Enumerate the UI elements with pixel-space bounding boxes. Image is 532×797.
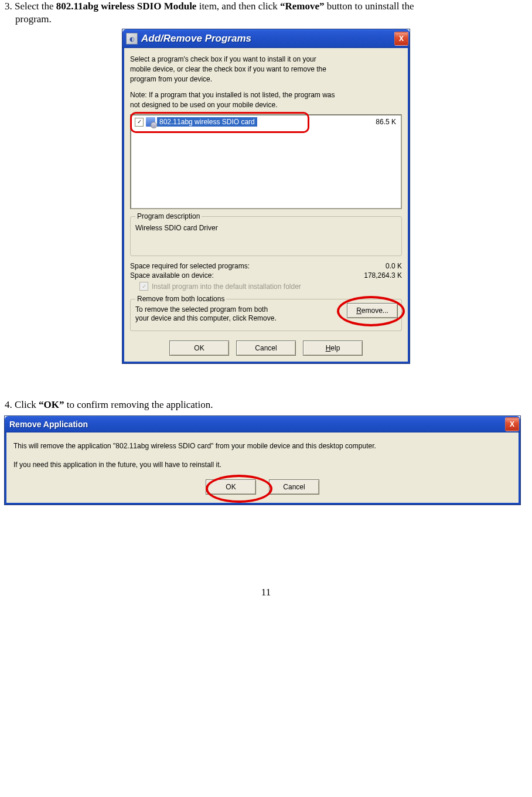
close-button[interactable]: X <box>505 417 519 431</box>
remove-application-dialog: Remove Application X This will remove th… <box>5 416 520 505</box>
program-name: 802.11abg wireless SDIO card <box>157 117 257 127</box>
default-folder-checkbox: ✓ Install program into the default insta… <box>130 282 402 291</box>
cancel-button[interactable]: Cancel <box>236 340 296 356</box>
program-description-group: Program description Wireless SDIO card D… <box>130 216 402 256</box>
dialog-titlebar: Remove Application X <box>5 416 520 432</box>
remove-legend: Remove from both locations <box>135 295 226 303</box>
confirm-button-row: OK Cancel <box>13 479 511 495</box>
dialog-title: Remove Application <box>8 420 505 429</box>
step-3-text: 3. Select the 802.11abg wireless SDIO Mo… <box>5 0 527 26</box>
remove-locations-group: Remove from both locations To remove the… <box>130 299 402 331</box>
page-number: 11 <box>5 587 527 598</box>
dialog-button-row: OK Cancel Help <box>130 340 402 356</box>
program-description-legend: Program description <box>135 212 202 220</box>
help-button[interactable]: Help <box>303 340 363 356</box>
confirm-text-2: If you need this application in the futu… <box>13 461 511 469</box>
intro-text: Select a program's check box if you want… <box>130 55 402 110</box>
confirm-text-1: This will remove the application "802.11… <box>13 442 511 450</box>
step-4-text: 4. Click “OK” to confirm removing the ap… <box>5 398 527 411</box>
program-list[interactable]: ✓ 802.11abg wireless SDIO card 86.5 K <box>130 114 402 209</box>
remove-button[interactable]: Remove... <box>347 303 398 318</box>
ok-button[interactable]: OK <box>169 340 229 356</box>
remove-description: To remove the selected program from both… <box>135 305 305 322</box>
dialog-title: Add/Remove Programs <box>141 33 394 45</box>
space-available-row: Space available on device:178,264.3 K <box>130 271 402 280</box>
program-checkbox[interactable]: ✓ <box>135 118 144 127</box>
program-description-text: Wireless SDIO card Driver <box>135 224 397 232</box>
program-size: 86.5 K <box>376 118 396 126</box>
close-button[interactable]: X <box>394 32 408 46</box>
ok-button[interactable]: OK <box>206 479 256 495</box>
program-icon <box>146 117 155 127</box>
activesync-icon: ◐ <box>126 33 138 45</box>
program-list-item[interactable]: ✓ 802.11abg wireless SDIO card 86.5 K <box>131 115 401 128</box>
space-required-row: Space required for selected programs:0.0… <box>130 262 402 270</box>
dialog-titlebar: ◐ Add/Remove Programs X <box>122 29 410 48</box>
cancel-button[interactable]: Cancel <box>269 479 319 495</box>
add-remove-programs-dialog: ◐ Add/Remove Programs X Select a program… <box>122 29 410 363</box>
